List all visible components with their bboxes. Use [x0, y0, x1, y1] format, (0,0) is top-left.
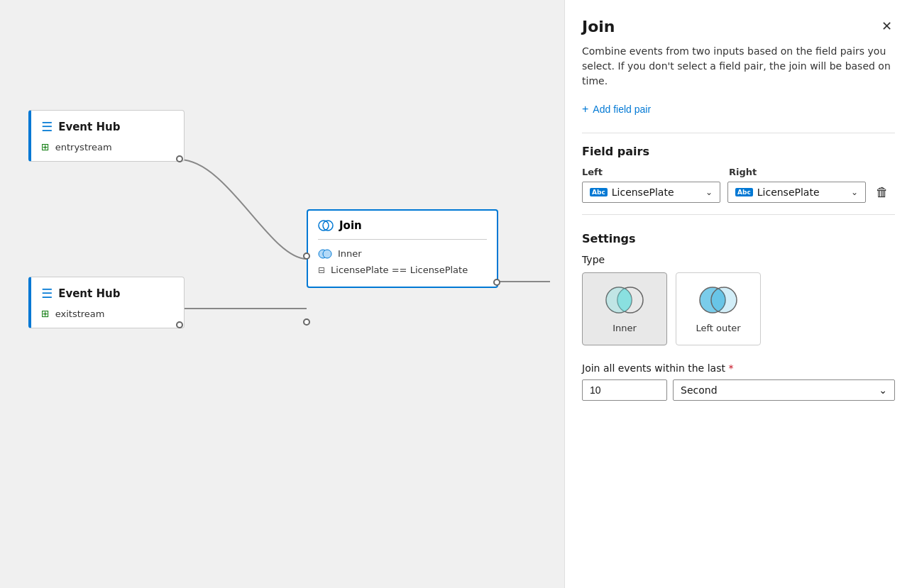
eventhub2-type-label: Event Hub	[58, 287, 120, 300]
delete-field-pair-button[interactable]: 🗑	[873, 182, 891, 203]
field-pairs-section-title: Field pairs	[582, 145, 895, 158]
right-abc-icon: Abc	[735, 188, 753, 196]
join-right-connector	[493, 279, 500, 286]
join-node-title: Join	[318, 219, 487, 232]
join-type-icon	[318, 249, 332, 259]
left-field-dropdown[interactable]: Abc LicensePlate ⌄	[582, 182, 720, 203]
svg-point-10	[711, 287, 737, 313]
right-field-dropdown[interactable]: Abc LicensePlate ⌄	[727, 182, 866, 203]
type-label: Type	[582, 254, 895, 265]
join-within-unit-label: Second	[681, 384, 718, 396]
eventhub1-right-connector	[176, 155, 183, 162]
type-option-inner[interactable]: Inner	[582, 272, 667, 345]
left-outer-venn-icon	[697, 284, 740, 316]
plus-icon: +	[582, 103, 588, 116]
eventhub2-table-icon: ⊞	[41, 308, 50, 319]
right-panel: Join ✕ Combine events from two inputs ba…	[564, 0, 912, 588]
type-left-outer-label: Left outer	[696, 323, 740, 333]
join-within-label: Join all events within the last *	[582, 362, 895, 374]
left-abc-icon: Abc	[590, 188, 608, 196]
eventhub1-stream-label: entrystream	[55, 142, 112, 152]
join-node[interactable]: Join Inner ⊟ LicensePlate == LicensePlat…	[307, 209, 498, 288]
panel-title: Join	[582, 18, 615, 35]
field-pair-row: Abc LicensePlate ⌄ Abc LicensePlate ⌄ 🗑	[582, 182, 895, 203]
eventhub2-icon: ☰	[41, 286, 53, 301]
left-field-label: Left	[582, 167, 720, 177]
add-field-pair-label: Add field pair	[593, 104, 651, 115]
join-within-row: Second ⌄	[582, 379, 895, 401]
join-node-icon	[318, 220, 334, 231]
close-button[interactable]: ✕	[879, 17, 895, 35]
join-node-divider	[318, 239, 487, 240]
svg-point-3	[323, 250, 331, 258]
eventhub1-node[interactable]: ☰ Event Hub ⊞ entrystream	[28, 110, 185, 162]
join-within-input[interactable]	[582, 379, 667, 401]
type-options: Inner Left outer	[582, 272, 895, 345]
left-field-value: LicensePlate	[612, 187, 701, 198]
unit-chevron-icon: ⌄	[879, 384, 887, 396]
eventhub2-content: ⊞ exitstream	[41, 308, 174, 319]
settings-section: Settings Type Inner	[582, 232, 895, 401]
join-left-top-connector	[303, 253, 310, 260]
field-pairs-header: Left Right	[582, 167, 895, 177]
eventhub1-type-label: Event Hub	[58, 121, 120, 133]
settings-divider	[582, 214, 895, 215]
field-pairs-divider	[582, 133, 895, 133]
join-condition-label: LicensePlate == LicensePlate	[331, 265, 468, 275]
join-condition-icon: ⊟	[318, 265, 325, 275]
join-type-row: Inner	[318, 245, 487, 262]
required-star: *	[728, 362, 733, 374]
canvas-area: ☰ Event Hub ⊞ entrystream ☰ Event Hub ⊞ …	[0, 0, 564, 588]
eventhub2-node[interactable]: ☰ Event Hub ⊞ exitstream	[28, 277, 185, 328]
join-within-label-text: Join all events within the last	[582, 362, 725, 374]
eventhub2-right-connector	[176, 321, 183, 328]
join-left-bottom-connector	[303, 318, 310, 326]
inner-venn-icon	[603, 284, 646, 316]
type-option-left-outer[interactable]: Left outer	[676, 272, 761, 345]
eventhub1-table-icon: ⊞	[41, 141, 50, 152]
right-field-value: LicensePlate	[757, 187, 847, 198]
join-node-label: Join	[339, 219, 362, 232]
svg-point-8	[606, 287, 632, 313]
add-field-pair-button[interactable]: + Add field pair	[582, 100, 895, 118]
right-chevron-icon: ⌄	[851, 187, 858, 197]
settings-section-title: Settings	[582, 232, 895, 245]
type-inner-label: Inner	[612, 323, 637, 333]
join-type-label: Inner	[338, 248, 362, 259]
eventhub1-icon: ☰	[41, 119, 53, 134]
eventhub1-content: ⊞ entrystream	[41, 141, 174, 152]
panel-description: Combine events from two inputs based on …	[582, 44, 895, 89]
eventhub2-title: ☰ Event Hub	[41, 286, 174, 301]
join-within-unit-select[interactable]: Second ⌄	[673, 379, 895, 401]
eventhub1-title: ☰ Event Hub	[41, 119, 174, 134]
right-field-label: Right	[729, 167, 895, 177]
join-condition-row: ⊟ LicensePlate == LicensePlate	[318, 262, 487, 278]
eventhub2-stream-label: exitstream	[55, 309, 105, 319]
left-chevron-icon: ⌄	[705, 187, 713, 197]
panel-header: Join ✕	[582, 17, 895, 35]
